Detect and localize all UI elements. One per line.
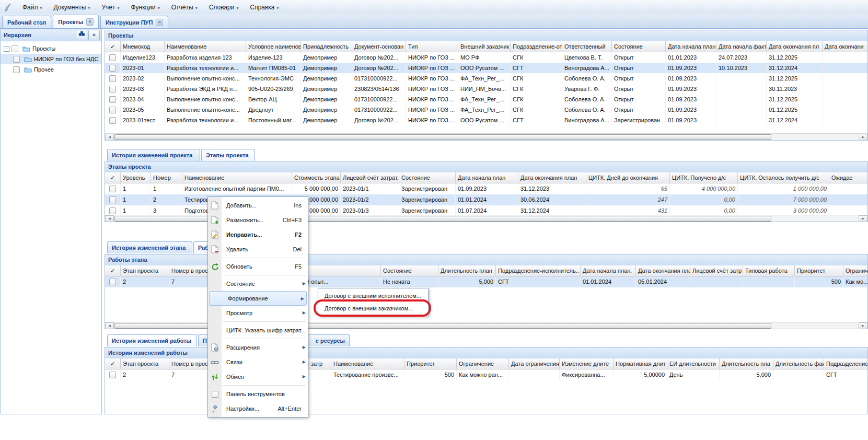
column-header[interactable]: ЦИТК. Получено д/с: [670, 172, 738, 183]
table-cell[interactable]: Уварова Г. Ф.: [562, 84, 612, 94]
tree-checkbox[interactable]: [11, 45, 18, 52]
row-checkbox[interactable]: [109, 86, 116, 92]
table-cell[interactable]: Виноградова А...: [562, 115, 612, 125]
table-cell[interactable]: [716, 105, 767, 115]
table-cell[interactable]: 01.01.2023: [666, 52, 716, 63]
table-cell[interactable]: 4 000 000,00: [670, 183, 738, 194]
table-cell[interactable]: СГТ: [511, 115, 562, 125]
table-cell[interactable]: 5 000 000,00: [292, 183, 341, 194]
column-header[interactable]: Подразделение-исполнитель..: [496, 265, 581, 276]
table-cell[interactable]: 017310000922...: [352, 105, 406, 115]
context-menu-item[interactable]: Просмотр▶: [208, 306, 308, 320]
column-header[interactable]: Наименование: [331, 358, 404, 369]
table-cell[interactable]: 2023-01/2: [341, 194, 399, 205]
table-cell[interactable]: 2: [151, 194, 182, 205]
table-cell[interactable]: Не начата: [381, 276, 438, 287]
column-header[interactable]: ✓: [105, 41, 121, 52]
scroll-right-icon[interactable]: ▶: [859, 134, 867, 141]
table-cell[interactable]: НИИ_НМ_Бочв...: [458, 84, 511, 94]
table-row[interactable]: 2023-04Выполнение опытно-конс...Вектор-А…: [105, 94, 867, 105]
project-detail-tab[interactable]: Этапы проекта: [201, 149, 255, 161]
tree-expander-icon[interactable]: -: [4, 46, 9, 52]
table-cell[interactable]: НИОКР по ГОЗ ...: [406, 94, 458, 105]
context-menu-item[interactable]: Связи▶: [208, 355, 308, 369]
tree-node[interactable]: Прочее: [1, 64, 101, 75]
table-cell[interactable]: 2023-05: [121, 105, 165, 115]
table-cell[interactable]: 1: [121, 183, 151, 194]
menubar-item[interactable]: Справка▾: [244, 2, 284, 13]
table-cell[interactable]: [823, 73, 867, 84]
main-tab[interactable]: Рабочий стол: [2, 16, 51, 28]
table-cell[interactable]: Договор №202...: [352, 63, 406, 73]
stage-detail-tab[interactable]: История изменений этапа: [107, 241, 192, 253]
table-cell[interactable]: [716, 73, 767, 84]
table-cell[interactable]: 10.10.2023: [716, 63, 767, 73]
table-cell[interactable]: 31.12.2025: [767, 52, 823, 63]
tree-node[interactable]: НИОКР по ГОЗ без НДС: [1, 54, 101, 64]
table-cell[interactable]: Открыт: [612, 63, 666, 73]
tree-checkbox[interactable]: [13, 56, 20, 63]
table-row[interactable]: 11Изготовление опытной партии ПМ0...5 00…: [105, 183, 867, 194]
close-icon[interactable]: ✕: [156, 19, 163, 26]
row-checkbox[interactable]: [109, 107, 116, 113]
table-cell[interactable]: 31.12.2023: [518, 183, 586, 194]
table-cell[interactable]: Открыт: [612, 105, 666, 115]
column-header[interactable]: Дата окончания план: [636, 265, 690, 276]
table-cell[interactable]: 30.11.2023: [767, 84, 823, 94]
table-cell[interactable]: 905-U020-23/269: [246, 84, 301, 94]
table-cell[interactable]: Тестирование произве...: [331, 369, 404, 380]
table-cell[interactable]: НИОКР по ГОЗ ...: [406, 73, 458, 84]
table-cell[interactable]: НИОКР по ГОЗ ...: [406, 84, 458, 94]
table-cell[interactable]: 1: [121, 194, 151, 205]
table-cell[interactable]: Соболева О. А.: [562, 105, 612, 115]
column-header[interactable]: Длительность фак: [773, 358, 824, 369]
table-cell[interactable]: 01.09.2023: [666, 73, 716, 84]
column-header[interactable]: ЕИ длительности: [667, 358, 720, 369]
table-cell[interactable]: 01.01.2024: [581, 276, 636, 287]
table-cell[interactable]: Разработка технологии и...: [165, 63, 246, 73]
table-cell[interactable]: 2023-01тест: [121, 115, 165, 125]
column-header[interactable]: Уровень: [121, 172, 151, 183]
table-cell[interactable]: Зарегистрирован: [612, 115, 666, 125]
table-cell[interactable]: 31.12.2024: [767, 115, 823, 125]
work-detail-tab[interactable]: История изменений работы: [107, 334, 197, 346]
table-cell[interactable]: 230823/0514/136: [352, 84, 406, 94]
table-cell[interactable]: Виноградова А...: [562, 63, 612, 73]
column-header[interactable]: Состояние: [381, 265, 438, 276]
column-header[interactable]: ЦИТК. Осталось получить д/с: [738, 172, 829, 183]
table-cell[interactable]: 01.09.2023: [456, 183, 518, 194]
table-cell[interactable]: НИОКР по ГОЗ ...: [406, 105, 458, 115]
table-cell[interactable]: 017310000922...: [352, 94, 406, 105]
table-cell[interactable]: НИОКР по ГОЗ ...: [406, 63, 458, 73]
main-tab[interactable]: Проекты✕: [53, 15, 99, 28]
table-cell[interactable]: 1: [151, 183, 182, 194]
table-cell[interactable]: Открыт: [612, 52, 666, 63]
scroll-left-icon[interactable]: ◀: [105, 215, 114, 222]
table-cell[interactable]: 0,00: [670, 194, 738, 205]
table-cell[interactable]: 2023-03: [121, 84, 165, 94]
menubar-item[interactable]: Документы▾: [48, 2, 96, 13]
row-checkbox[interactable]: [109, 117, 116, 124]
row-checkbox[interactable]: [109, 372, 116, 378]
table-cell[interactable]: НИОКР по ГОЗ ...: [406, 115, 458, 125]
row-checkbox[interactable]: [109, 96, 116, 103]
row-checkbox[interactable]: [109, 54, 116, 61]
table-cell[interactable]: 31.12.2025: [767, 73, 823, 84]
table-cell[interactable]: ФА_Техн_Рег_...: [458, 94, 511, 105]
main-tab[interactable]: Инструкции ПУП✕: [100, 16, 168, 28]
row-checkbox[interactable]: [109, 196, 116, 203]
context-menu-item[interactable]: Состояние▶: [208, 276, 308, 291]
table-cell[interactable]: 247: [586, 194, 670, 205]
context-menu-item[interactable]: Настройки...Alt+Enter: [208, 401, 308, 416]
table-cell[interactable]: 2: [121, 369, 169, 380]
menubar-item[interactable]: Функции▾: [125, 2, 165, 13]
column-header[interactable]: Дата начала факт.: [716, 41, 767, 52]
column-header[interactable]: Дата окончания пл: [767, 41, 823, 52]
column-header[interactable]: Мнемокод: [121, 41, 165, 52]
table-cell[interactable]: 5,000: [720, 369, 773, 380]
table-cell[interactable]: Выполнение опытно-конс...: [165, 73, 246, 84]
binoculars-search-icon[interactable]: [76, 30, 87, 40]
table-cell[interactable]: 01.09.2023: [666, 84, 716, 94]
table-cell[interactable]: 01.12.2025: [767, 105, 823, 115]
row-checkbox[interactable]: [109, 279, 116, 285]
